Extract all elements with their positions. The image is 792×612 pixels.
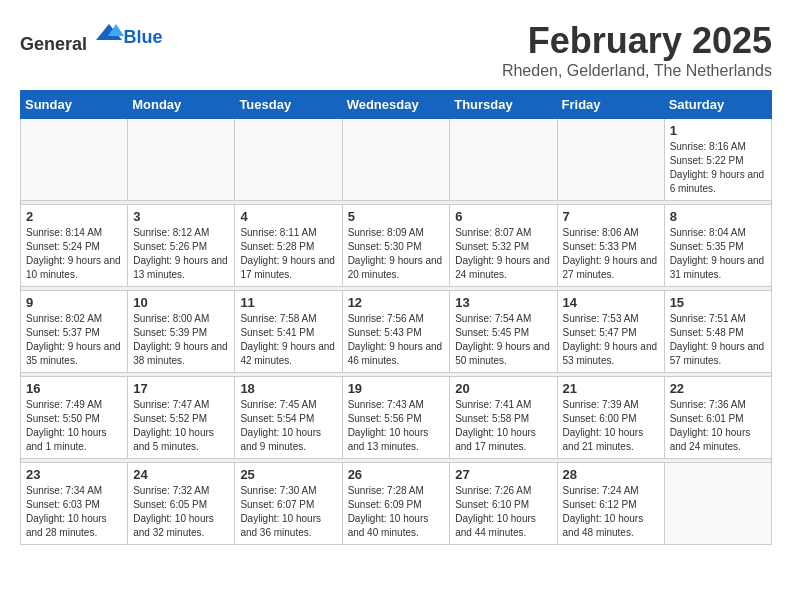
day-info: Sunrise: 7:28 AM Sunset: 6:09 PM Dayligh… (348, 484, 445, 540)
calendar-day-cell: 2Sunrise: 8:14 AM Sunset: 5:24 PM Daylig… (21, 205, 128, 287)
calendar-day-cell: 19Sunrise: 7:43 AM Sunset: 5:56 PM Dayli… (342, 377, 450, 459)
calendar-day-cell (21, 119, 128, 201)
calendar-day-cell (342, 119, 450, 201)
calendar-day-cell: 23Sunrise: 7:34 AM Sunset: 6:03 PM Dayli… (21, 463, 128, 545)
weekday-header: Thursday (450, 91, 557, 119)
calendar-week-row: 1Sunrise: 8:16 AM Sunset: 5:22 PM Daylig… (21, 119, 772, 201)
logo-general: General (20, 34, 87, 54)
calendar-day-cell: 1Sunrise: 8:16 AM Sunset: 5:22 PM Daylig… (664, 119, 771, 201)
day-info: Sunrise: 7:43 AM Sunset: 5:56 PM Dayligh… (348, 398, 445, 454)
day-info: Sunrise: 7:41 AM Sunset: 5:58 PM Dayligh… (455, 398, 551, 454)
day-number: 20 (455, 381, 551, 396)
weekday-header: Wednesday (342, 91, 450, 119)
day-info: Sunrise: 8:12 AM Sunset: 5:26 PM Dayligh… (133, 226, 229, 282)
day-info: Sunrise: 7:47 AM Sunset: 5:52 PM Dayligh… (133, 398, 229, 454)
calendar-week-row: 23Sunrise: 7:34 AM Sunset: 6:03 PM Dayli… (21, 463, 772, 545)
day-number: 23 (26, 467, 122, 482)
day-number: 1 (670, 123, 766, 138)
day-info: Sunrise: 8:04 AM Sunset: 5:35 PM Dayligh… (670, 226, 766, 282)
day-number: 8 (670, 209, 766, 224)
day-info: Sunrise: 8:06 AM Sunset: 5:33 PM Dayligh… (563, 226, 659, 282)
calendar-day-cell: 7Sunrise: 8:06 AM Sunset: 5:33 PM Daylig… (557, 205, 664, 287)
day-number: 11 (240, 295, 336, 310)
day-number: 16 (26, 381, 122, 396)
calendar-day-cell: 3Sunrise: 8:12 AM Sunset: 5:26 PM Daylig… (128, 205, 235, 287)
weekday-header: Saturday (664, 91, 771, 119)
weekday-header: Sunday (21, 91, 128, 119)
day-number: 6 (455, 209, 551, 224)
day-info: Sunrise: 8:11 AM Sunset: 5:28 PM Dayligh… (240, 226, 336, 282)
day-info: Sunrise: 7:34 AM Sunset: 6:03 PM Dayligh… (26, 484, 122, 540)
calendar-day-cell: 10Sunrise: 8:00 AM Sunset: 5:39 PM Dayli… (128, 291, 235, 373)
weekday-header: Monday (128, 91, 235, 119)
day-info: Sunrise: 7:53 AM Sunset: 5:47 PM Dayligh… (563, 312, 659, 368)
day-info: Sunrise: 8:07 AM Sunset: 5:32 PM Dayligh… (455, 226, 551, 282)
day-info: Sunrise: 8:02 AM Sunset: 5:37 PM Dayligh… (26, 312, 122, 368)
calendar-day-cell: 12Sunrise: 7:56 AM Sunset: 5:43 PM Dayli… (342, 291, 450, 373)
day-number: 13 (455, 295, 551, 310)
day-number: 7 (563, 209, 659, 224)
calendar-header-row: SundayMondayTuesdayWednesdayThursdayFrid… (21, 91, 772, 119)
calendar-day-cell: 4Sunrise: 8:11 AM Sunset: 5:28 PM Daylig… (235, 205, 342, 287)
day-number: 5 (348, 209, 445, 224)
calendar-day-cell: 28Sunrise: 7:24 AM Sunset: 6:12 PM Dayli… (557, 463, 664, 545)
calendar-day-cell: 8Sunrise: 8:04 AM Sunset: 5:35 PM Daylig… (664, 205, 771, 287)
calendar-day-cell: 6Sunrise: 8:07 AM Sunset: 5:32 PM Daylig… (450, 205, 557, 287)
day-info: Sunrise: 7:24 AM Sunset: 6:12 PM Dayligh… (563, 484, 659, 540)
day-number: 26 (348, 467, 445, 482)
calendar-week-row: 9Sunrise: 8:02 AM Sunset: 5:37 PM Daylig… (21, 291, 772, 373)
day-info: Sunrise: 7:39 AM Sunset: 6:00 PM Dayligh… (563, 398, 659, 454)
calendar-day-cell: 26Sunrise: 7:28 AM Sunset: 6:09 PM Dayli… (342, 463, 450, 545)
day-number: 3 (133, 209, 229, 224)
calendar-day-cell (450, 119, 557, 201)
calendar-day-cell: 16Sunrise: 7:49 AM Sunset: 5:50 PM Dayli… (21, 377, 128, 459)
day-info: Sunrise: 7:45 AM Sunset: 5:54 PM Dayligh… (240, 398, 336, 454)
calendar-day-cell: 5Sunrise: 8:09 AM Sunset: 5:30 PM Daylig… (342, 205, 450, 287)
day-info: Sunrise: 7:51 AM Sunset: 5:48 PM Dayligh… (670, 312, 766, 368)
calendar-day-cell: 22Sunrise: 7:36 AM Sunset: 6:01 PM Dayli… (664, 377, 771, 459)
day-info: Sunrise: 7:56 AM Sunset: 5:43 PM Dayligh… (348, 312, 445, 368)
day-number: 9 (26, 295, 122, 310)
day-info: Sunrise: 8:09 AM Sunset: 5:30 PM Dayligh… (348, 226, 445, 282)
calendar-day-cell: 20Sunrise: 7:41 AM Sunset: 5:58 PM Dayli… (450, 377, 557, 459)
day-number: 14 (563, 295, 659, 310)
calendar-day-cell: 24Sunrise: 7:32 AM Sunset: 6:05 PM Dayli… (128, 463, 235, 545)
day-info: Sunrise: 7:58 AM Sunset: 5:41 PM Dayligh… (240, 312, 336, 368)
logo-icon (94, 20, 124, 50)
day-number: 18 (240, 381, 336, 396)
calendar-day-cell: 15Sunrise: 7:51 AM Sunset: 5:48 PM Dayli… (664, 291, 771, 373)
calendar-week-row: 2Sunrise: 8:14 AM Sunset: 5:24 PM Daylig… (21, 205, 772, 287)
day-number: 2 (26, 209, 122, 224)
day-number: 17 (133, 381, 229, 396)
calendar-day-cell: 21Sunrise: 7:39 AM Sunset: 6:00 PM Dayli… (557, 377, 664, 459)
day-info: Sunrise: 7:32 AM Sunset: 6:05 PM Dayligh… (133, 484, 229, 540)
day-number: 15 (670, 295, 766, 310)
day-info: Sunrise: 7:54 AM Sunset: 5:45 PM Dayligh… (455, 312, 551, 368)
calendar-day-cell: 13Sunrise: 7:54 AM Sunset: 5:45 PM Dayli… (450, 291, 557, 373)
weekday-header: Friday (557, 91, 664, 119)
day-info: Sunrise: 8:14 AM Sunset: 5:24 PM Dayligh… (26, 226, 122, 282)
location-title: Rheden, Gelderland, The Netherlands (502, 62, 772, 80)
day-number: 25 (240, 467, 336, 482)
day-info: Sunrise: 7:30 AM Sunset: 6:07 PM Dayligh… (240, 484, 336, 540)
calendar-day-cell: 17Sunrise: 7:47 AM Sunset: 5:52 PM Dayli… (128, 377, 235, 459)
day-number: 10 (133, 295, 229, 310)
day-info: Sunrise: 7:49 AM Sunset: 5:50 PM Dayligh… (26, 398, 122, 454)
calendar-week-row: 16Sunrise: 7:49 AM Sunset: 5:50 PM Dayli… (21, 377, 772, 459)
calendar-day-cell (664, 463, 771, 545)
day-info: Sunrise: 8:16 AM Sunset: 5:22 PM Dayligh… (670, 140, 766, 196)
day-number: 19 (348, 381, 445, 396)
day-number: 4 (240, 209, 336, 224)
title-area: February 2025 Rheden, Gelderland, The Ne… (502, 20, 772, 80)
calendar-day-cell: 27Sunrise: 7:26 AM Sunset: 6:10 PM Dayli… (450, 463, 557, 545)
calendar-day-cell (128, 119, 235, 201)
day-number: 28 (563, 467, 659, 482)
day-info: Sunrise: 8:00 AM Sunset: 5:39 PM Dayligh… (133, 312, 229, 368)
day-number: 21 (563, 381, 659, 396)
logo-blue: Blue (124, 27, 163, 47)
calendar-day-cell (557, 119, 664, 201)
calendar-day-cell: 25Sunrise: 7:30 AM Sunset: 6:07 PM Dayli… (235, 463, 342, 545)
month-title: February 2025 (502, 20, 772, 62)
calendar-day-cell: 9Sunrise: 8:02 AM Sunset: 5:37 PM Daylig… (21, 291, 128, 373)
calendar-day-cell (235, 119, 342, 201)
